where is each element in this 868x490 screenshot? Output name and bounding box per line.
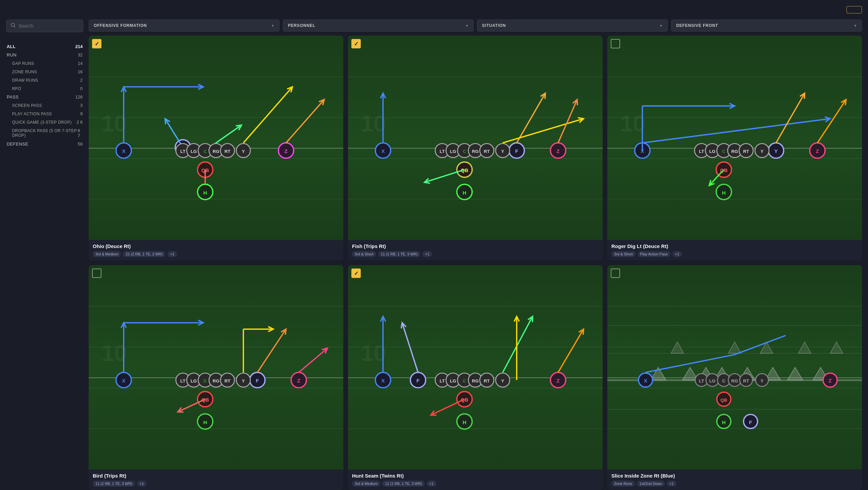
- svg-text:C: C: [722, 378, 725, 383]
- play-card-slice-inside-zone-rt[interactable]: LTLGCRGRTYXQBHFZSlice Inside Zone Rt (Bl…: [607, 265, 862, 490]
- category-count: 9: [80, 111, 83, 116]
- svg-marker-135: [799, 342, 811, 353]
- svg-text:RG: RG: [731, 378, 738, 383]
- sidebar-item-pass[interactable]: PASS126: [6, 93, 83, 101]
- svg-text:C: C: [204, 149, 207, 154]
- play-card-roger-dig-lt[interactable]: 10XQBHZYLTLGCRGRTYRoger Dig Lt (Deuce Rt…: [607, 36, 862, 260]
- play-tags: 11 (1 RB, 1 TE, 3 WR)+1: [93, 481, 339, 487]
- play-info-roger-dig-lt: Roger Dig Lt (Deuce Rt)3rd & ShortPlay A…: [607, 240, 862, 260]
- sidebar-item-defense[interactable]: DEFENSE56: [6, 140, 83, 148]
- sidebar-item-zone-runs[interactable]: ZONE RUNS16: [6, 67, 83, 76]
- svg-text:RT: RT: [484, 378, 490, 383]
- play-card-hunt-seam-twins-rt[interactable]: ✓10XQBHFZLTLGCRGRTYHunt Seam (Twins Rt)3…: [348, 265, 602, 490]
- svg-text:F: F: [749, 420, 752, 425]
- filter-personnel[interactable]: PERSONNEL▼: [283, 20, 474, 32]
- sidebar-item-draw-runs[interactable]: DRAW RUNS2: [6, 76, 83, 84]
- category-count: 2 6: [76, 120, 83, 125]
- play-diagram-hunt-seam-twins-rt: ✓10XQBHFZLTLGCRGRTY: [348, 265, 602, 469]
- play-checkbox-slice-inside-zone-rt[interactable]: [611, 268, 620, 278]
- svg-text:H: H: [463, 420, 466, 425]
- category-count: 8 7: [78, 128, 83, 138]
- play-diagram-bird-trips-rt: 10XQBHFZLTLGCRGRTY: [89, 265, 343, 469]
- play-checkbox-ohio-deuce-rt[interactable]: ✓: [92, 39, 101, 49]
- play-checkbox-fish-trips-rt[interactable]: ✓: [351, 39, 361, 49]
- search-input[interactable]: [19, 23, 79, 29]
- category-label: DROPBACK PASS (5 OR 7-STEP DROP): [12, 128, 78, 138]
- category-label: DRAW RUNS: [12, 78, 38, 83]
- search-box[interactable]: [6, 20, 83, 32]
- svg-line-1: [14, 26, 16, 28]
- search-icon: [10, 23, 16, 29]
- play-info-hunt-seam-twins-rt: Hunt Seam (Twins Rt)3rd & Medium11 (1 RB…: [348, 469, 602, 490]
- svg-text:RT: RT: [224, 378, 230, 383]
- play-tag: 3rd & Medium: [352, 481, 380, 487]
- sidebar-item-quick-game[interactable]: QUICK GAME (3-STEP DROP)2 6: [6, 118, 83, 126]
- filter-bar: OFFENSIVE FORMATION▼PERSONNEL▼SITUATION▼…: [89, 20, 862, 32]
- sidebar-item-gap-runs[interactable]: GAP RUNS14: [6, 59, 83, 67]
- category-label: ZONE RUNS: [12, 69, 37, 74]
- play-card-bird-trips-rt[interactable]: 10XQBHFZLTLGCRGRTYBird (Trips Rt)11 (1 R…: [89, 265, 343, 490]
- category-label: PLAY ACTION PASS: [12, 112, 52, 116]
- play-card-ohio-deuce-rt[interactable]: ✓10XQBHFZLTLGCRGRTYOhio (Deuce Rt)3rd & …: [89, 36, 343, 260]
- sidebar-item-run[interactable]: RUN32: [6, 51, 83, 59]
- svg-text:F: F: [256, 378, 259, 383]
- play-tag: 3rd & Short: [611, 251, 636, 257]
- svg-text:LT: LT: [180, 378, 185, 383]
- svg-text:RG: RG: [731, 149, 738, 154]
- category-label: ALL: [7, 44, 16, 49]
- play-name: Fish (Trips Rt): [352, 243, 598, 249]
- svg-text:Z: Z: [284, 148, 287, 154]
- play-tag: +1: [667, 481, 677, 487]
- svg-text:RT: RT: [743, 149, 749, 154]
- content-area: OFFENSIVE FORMATION▼PERSONNEL▼SITUATION▼…: [89, 20, 862, 490]
- play-diagram-ohio-deuce-rt: ✓10XQBHFZLTLGCRGRTY: [89, 36, 343, 240]
- filter-defensive-front[interactable]: DEFENSIVE FRONT▼: [671, 20, 862, 32]
- sidebar-item-screen-pass[interactable]: SCREEN PASS3: [6, 101, 83, 110]
- play-checkbox-roger-dig-lt[interactable]: [611, 39, 620, 49]
- svg-text:Z: Z: [829, 378, 832, 383]
- svg-text:LG: LG: [190, 378, 196, 383]
- play-tags: 3rd & Short11 (1 RB, 1 TE, 3 WR)+1: [352, 251, 598, 257]
- sidebar: ALL214RUN32GAP RUNS14ZONE RUNS16DRAW RUN…: [6, 20, 83, 490]
- play-tag: 11 (1 RB, 1 TE, 3 WR): [382, 481, 425, 487]
- filter-label: SITUATION: [482, 23, 506, 28]
- sidebar-item-dropback-pass[interactable]: DROPBACK PASS (5 OR 7-STEP DROP)8 7: [6, 126, 83, 140]
- sidebar-item-play-action-pass[interactable]: PLAY ACTION PASS9: [6, 110, 83, 118]
- svg-text:X: X: [381, 148, 384, 154]
- play-diagram-fish-trips-rt: ✓10XQBHFZLTLGCRGRTY: [348, 36, 602, 240]
- play-tag: +1: [427, 481, 436, 487]
- svg-text:F: F: [515, 148, 518, 154]
- play-tag: +1: [167, 251, 177, 257]
- svg-text:LT: LT: [699, 378, 704, 383]
- play-tag: +1: [673, 251, 682, 257]
- filter-offensive-formation[interactable]: OFFENSIVE FORMATION▼: [89, 20, 279, 32]
- category-label: SCREEN PASS: [12, 103, 42, 108]
- svg-text:X: X: [381, 378, 384, 383]
- chevron-down-icon: ▼: [271, 24, 274, 28]
- play-info-slice-inside-zone-rt: Slice Inside Zone Rt (Blue)Zone Runs1st/…: [607, 469, 862, 490]
- sidebar-item-all[interactable]: ALL214: [6, 42, 83, 51]
- play-tag: +1: [137, 481, 147, 487]
- play-name: Ohio (Deuce Rt): [93, 243, 339, 249]
- play-tag: 11 (1 RB, 1 TE, 3 WR): [93, 481, 135, 487]
- svg-marker-130: [787, 367, 803, 380]
- svg-text:Y: Y: [761, 378, 764, 383]
- play-info-fish-trips-rt: Fish (Trips Rt)3rd & Short11 (1 RB, 1 TE…: [348, 240, 602, 260]
- play-diagram-slice-inside-zone-rt: LTLGCRGRTYXQBHFZ: [607, 265, 862, 469]
- category-label: RUN: [7, 52, 17, 57]
- svg-text:Z: Z: [816, 148, 819, 154]
- play-checkbox-hunt-seam-twins-rt[interactable]: ✓: [351, 268, 361, 278]
- add-to-playbook-button[interactable]: [846, 6, 862, 13]
- sidebar-item-rpo[interactable]: RPO0: [6, 84, 83, 93]
- svg-text:RT: RT: [484, 149, 490, 154]
- svg-text:Z: Z: [557, 148, 560, 154]
- chevron-down-icon: ▼: [854, 24, 857, 28]
- play-checkbox-bird-trips-rt[interactable]: [92, 268, 101, 278]
- play-card-fish-trips-rt[interactable]: ✓10XQBHFZLTLGCRGRTYFish (Trips Rt)3rd & …: [348, 36, 602, 260]
- categories-section: ALL214RUN32GAP RUNS14ZONE RUNS16DRAW RUN…: [6, 38, 83, 148]
- svg-text:H: H: [463, 190, 466, 196]
- filter-situation[interactable]: SITUATION▼: [477, 20, 668, 32]
- svg-text:Y: Y: [501, 378, 504, 383]
- svg-text:Y: Y: [761, 149, 764, 154]
- svg-text:RG: RG: [213, 378, 219, 383]
